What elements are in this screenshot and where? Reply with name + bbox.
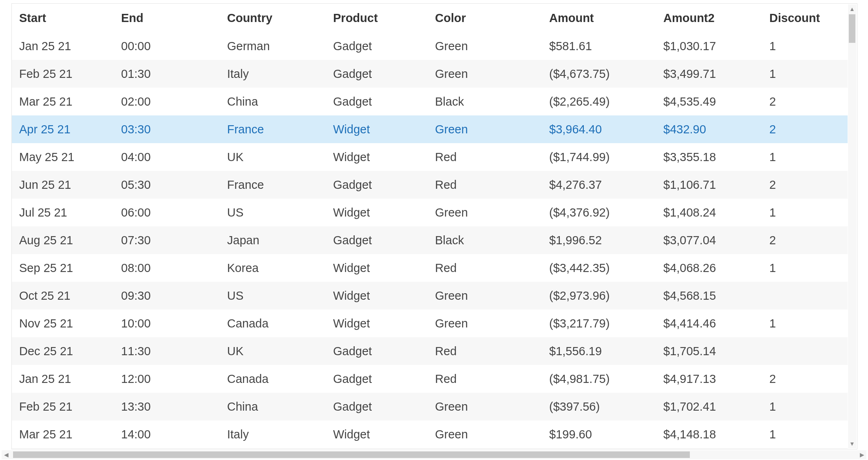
cell-end[interactable]: 10:00 xyxy=(114,310,220,337)
cell-amount[interactable]: $199.60 xyxy=(542,420,656,448)
cell-color[interactable]: Green xyxy=(428,393,542,420)
cell-amount2[interactable]: $3,077.04 xyxy=(656,226,762,254)
scroll-left-arrow-icon[interactable]: ◀ xyxy=(2,450,11,459)
table-row[interactable]: Jan 25 2100:00GermanGadgetGreen$581.61$1… xyxy=(12,32,848,60)
cell-country[interactable]: US xyxy=(220,282,326,310)
table-row[interactable]: Mar 25 2102:00ChinaGadgetBlack($2,265.49… xyxy=(12,88,848,115)
data-grid[interactable]: Start End Country Product Color Amount A… xyxy=(11,3,857,449)
cell-end[interactable]: 14:00 xyxy=(114,420,220,448)
cell-discount[interactable]: 1 xyxy=(762,310,848,337)
col-header-amount2[interactable]: Amount2 xyxy=(656,4,762,32)
cell-end[interactable]: 06:00 xyxy=(114,199,220,226)
cell-product[interactable]: Widget xyxy=(326,420,428,448)
cell-discount[interactable]: 2 xyxy=(762,226,848,254)
cell-start[interactable]: Apr 25 21 xyxy=(12,115,114,143)
col-header-country[interactable]: Country xyxy=(220,4,326,32)
col-header-amount[interactable]: Amount xyxy=(542,4,656,32)
cell-amount[interactable]: ($397.56) xyxy=(542,393,656,420)
cell-color[interactable]: Green xyxy=(428,310,542,337)
cell-product[interactable]: Gadget xyxy=(326,337,428,365)
cell-amount[interactable]: ($4,673.75) xyxy=(542,60,656,88)
table-row[interactable]: Oct 25 2109:30USWidgetGreen($2,973.96)$4… xyxy=(12,282,848,310)
cell-country[interactable]: China xyxy=(220,448,326,449)
horizontal-scrollbar[interactable]: ◀ ▶ xyxy=(2,450,866,459)
cell-country[interactable]: Italy xyxy=(220,420,326,448)
table-row[interactable]: Jun 25 2105:30FranceGadgetRed$4,276.37$1… xyxy=(12,171,848,199)
cell-discount[interactable]: 2 xyxy=(762,88,848,115)
cell-amount[interactable]: $1,556.19 xyxy=(542,337,656,365)
cell-end[interactable]: 07:30 xyxy=(114,226,220,254)
cell-country[interactable]: Korea xyxy=(220,254,326,282)
cell-end[interactable]: 12:00 xyxy=(114,365,220,393)
cell-amount2[interactable]: $4,917.13 xyxy=(656,365,762,393)
cell-product[interactable]: Widget xyxy=(326,282,428,310)
cell-start[interactable]: Dec 25 21 xyxy=(12,337,114,365)
vertical-scroll-thumb[interactable] xyxy=(849,14,855,43)
cell-discount[interactable]: 1 xyxy=(762,199,848,226)
cell-start[interactable]: Oct 25 21 xyxy=(12,282,114,310)
cell-discount[interactable] xyxy=(762,282,848,310)
cell-product[interactable]: Gadget xyxy=(326,226,428,254)
cell-amount2[interactable]: $3,499.71 xyxy=(656,60,762,88)
cell-amount2[interactable]: $4,414.46 xyxy=(656,310,762,337)
cell-start[interactable]: Mar 25 21 xyxy=(12,420,114,448)
col-header-color[interactable]: Color xyxy=(428,4,542,32)
cell-color[interactable]: Red xyxy=(428,171,542,199)
cell-country[interactable]: UK xyxy=(220,143,326,171)
cell-product[interactable]: Gadget xyxy=(326,88,428,115)
vertical-scrollbar[interactable]: ▲ ▼ xyxy=(848,4,856,448)
cell-amount2[interactable]: $1,106.71 xyxy=(656,171,762,199)
cell-amount[interactable]: ($2,973.96) xyxy=(542,282,656,310)
cell-discount[interactable]: 1 xyxy=(762,60,848,88)
cell-start[interactable]: Jan 25 21 xyxy=(12,32,114,60)
cell-color[interactable]: Black xyxy=(428,88,542,115)
col-header-discount[interactable]: Discount xyxy=(762,4,848,32)
cell-end[interactable]: 02:00 xyxy=(114,88,220,115)
table-row[interactable]: Nov 25 2110:00CanadaWidgetGreen($3,217.7… xyxy=(12,310,848,337)
cell-discount[interactable]: 1 xyxy=(762,448,848,449)
cell-start[interactable]: Feb 25 21 xyxy=(12,60,114,88)
cell-discount[interactable]: 1 xyxy=(762,420,848,448)
cell-country[interactable]: France xyxy=(220,115,326,143)
cell-product[interactable]: Gadget xyxy=(326,171,428,199)
table-row[interactable]: Dec 25 2111:30UKGadgetRed$1,556.19$1,705… xyxy=(12,337,848,365)
cell-discount[interactable]: 1 xyxy=(762,393,848,420)
cell-amount2[interactable]: $4,568.15 xyxy=(656,282,762,310)
cell-start[interactable]: Mar 25 21 xyxy=(12,88,114,115)
cell-amount[interactable]: ($176.56) xyxy=(542,448,656,449)
cell-amount[interactable]: $1,996.52 xyxy=(542,226,656,254)
cell-country[interactable]: US xyxy=(220,199,326,226)
cell-color[interactable]: Red xyxy=(428,254,542,282)
cell-color[interactable]: Green xyxy=(428,282,542,310)
cell-start[interactable]: Jun 25 21 xyxy=(12,171,114,199)
cell-country[interactable]: German xyxy=(220,32,326,60)
cell-amount2[interactable]: $1,702.41 xyxy=(656,393,762,420)
cell-color[interactable]: Green xyxy=(428,420,542,448)
cell-amount2[interactable]: $4,068.26 xyxy=(656,254,762,282)
horizontal-scroll-thumb[interactable] xyxy=(13,451,690,458)
cell-end[interactable]: 04:00 xyxy=(114,143,220,171)
cell-product[interactable]: Widget xyxy=(326,199,428,226)
cell-amount[interactable]: ($2,265.49) xyxy=(542,88,656,115)
cell-amount[interactable]: $4,276.37 xyxy=(542,171,656,199)
cell-product[interactable]: Widget xyxy=(326,254,428,282)
scroll-down-arrow-icon[interactable]: ▼ xyxy=(848,439,856,448)
table-row[interactable]: Sep 25 2108:00KoreaWidgetRed($3,442.35)$… xyxy=(12,254,848,282)
cell-amount2[interactable]: $506.04 xyxy=(656,448,762,449)
cell-end[interactable]: 03:30 xyxy=(114,115,220,143)
cell-start[interactable]: Jan 25 21 xyxy=(12,365,114,393)
table-row[interactable]: Apr 25 2115:30ChinaGadgetGreen($176.56)$… xyxy=(12,448,848,449)
cell-country[interactable]: Italy xyxy=(220,60,326,88)
cell-color[interactable]: Green xyxy=(428,448,542,449)
cell-end[interactable]: 00:00 xyxy=(114,32,220,60)
table-row[interactable]: Jul 25 2106:00USWidgetGreen($4,376.92)$1… xyxy=(12,199,848,226)
cell-amount2[interactable]: $432.90 xyxy=(656,115,762,143)
cell-product[interactable]: Widget xyxy=(326,310,428,337)
cell-product[interactable]: Gadget xyxy=(326,32,428,60)
cell-product[interactable]: Widget xyxy=(326,143,428,171)
cell-start[interactable]: Apr 25 21 xyxy=(12,448,114,449)
table-row[interactable]: May 25 2104:00UKWidgetRed($1,744.99)$3,3… xyxy=(12,143,848,171)
cell-start[interactable]: Nov 25 21 xyxy=(12,310,114,337)
cell-start[interactable]: Jul 25 21 xyxy=(12,199,114,226)
cell-start[interactable]: Aug 25 21 xyxy=(12,226,114,254)
